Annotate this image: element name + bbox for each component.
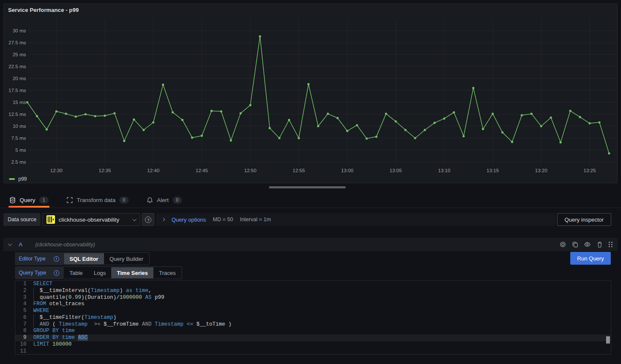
code-line: 7 AND ( Timestamp >= $__fromTime AND Tim… xyxy=(15,321,611,328)
collapse-chevron-icon[interactable] xyxy=(8,242,12,246)
panel-title: Service Performance - p99 xyxy=(8,7,79,13)
svg-text:2.5 ms: 2.5 ms xyxy=(11,159,26,165)
query-row-header[interactable]: A (clickhouse-observability) xyxy=(3,238,618,251)
svg-text:17.5 ms: 17.5 ms xyxy=(9,88,26,93)
svg-text:13:05: 13:05 xyxy=(390,168,402,173)
tab-transform-label: Transform data xyxy=(77,197,116,203)
svg-text:12:55: 12:55 xyxy=(293,168,305,173)
svg-text:13:10: 13:10 xyxy=(438,168,451,173)
code-line: 5WHERE xyxy=(15,308,611,315)
svg-text:20 ms: 20 ms xyxy=(13,76,26,81)
query-type-switcher: Table Logs Time Series Traces xyxy=(63,266,182,279)
query-type-table[interactable]: Table xyxy=(64,267,88,278)
question-circle-icon: ? xyxy=(145,217,151,223)
query-type-logs[interactable]: Logs xyxy=(88,267,111,278)
clickhouse-logo-icon xyxy=(46,215,55,224)
chevron-down-icon xyxy=(133,217,137,221)
svg-text:5 ms: 5 ms xyxy=(15,147,26,153)
datasource-row: Data source clickhouse-observability ? Q… xyxy=(3,213,618,226)
editor-type-switcher: SQL Editor Query Builder xyxy=(63,252,150,265)
query-options-md: MD = 50 xyxy=(213,217,233,222)
code-line: 9ORDER BY time ASC xyxy=(15,335,611,341)
legend-label: p99 xyxy=(18,176,27,182)
query-options-toggle[interactable]: Query options MD = 50 Interval = 1m xyxy=(156,213,555,226)
svg-text:15 ms: 15 ms xyxy=(13,100,26,105)
legend-swatch xyxy=(9,178,15,180)
svg-text:12:30: 12:30 xyxy=(50,168,63,173)
drag-handle-icon[interactable] xyxy=(609,242,612,247)
disable-query-icon[interactable] xyxy=(559,241,566,248)
svg-text:22.5 ms: 22.5 ms xyxy=(9,64,26,69)
code-line: 10LIMIT 100000 xyxy=(15,341,611,348)
query-datasource-subtitle: (clickhouse-observability) xyxy=(35,242,95,248)
editor-tabs-bar: Query 1 Transform data 0 Alert 0 xyxy=(0,193,621,208)
info-icon[interactable]: i xyxy=(54,256,59,262)
query-type-label: Query Type i xyxy=(15,266,63,279)
editor-type-sql-editor[interactable]: SQL Editor xyxy=(64,253,104,264)
tab-alert[interactable]: Alert 0 xyxy=(146,193,183,208)
sql-code-editor[interactable]: 1SELECT2 $__timeInterval(Timestamp) as t… xyxy=(15,280,611,355)
datasource-help-button[interactable]: ? xyxy=(142,213,154,226)
chevron-right-icon xyxy=(162,218,165,221)
database-icon xyxy=(9,197,16,203)
datasource-label: Data source xyxy=(3,213,40,226)
query-type-traces[interactable]: Traces xyxy=(153,267,181,278)
tab-query-count: 1 xyxy=(39,196,49,204)
editor-type-label: Editor Type i xyxy=(15,252,63,265)
code-line: 11 xyxy=(15,348,611,355)
trash-icon[interactable] xyxy=(596,241,603,248)
svg-text:13:25: 13:25 xyxy=(583,168,596,173)
query-inspector-button[interactable]: Query inspector xyxy=(557,213,611,226)
code-line: 4FROM otel_traces xyxy=(15,301,611,308)
code-line: 8GROUP BY time xyxy=(15,328,611,335)
svg-text:7.5 ms: 7.5 ms xyxy=(11,136,26,141)
eye-icon[interactable] xyxy=(584,241,591,248)
code-line: 3 quantile(0.99)(Duration)/1000000 AS p9… xyxy=(15,295,611,301)
tab-transform-count: 0 xyxy=(119,196,129,204)
transform-icon xyxy=(66,197,73,203)
timeseries-panel: Service Performance - p99 30 ms27.5 ms25… xyxy=(3,3,618,183)
query-ref-name: A xyxy=(19,241,23,248)
bell-icon xyxy=(147,197,153,203)
svg-text:12:45: 12:45 xyxy=(196,168,208,173)
code-line: 6 $__timeFilter(Timestamp) xyxy=(15,315,611,321)
horizontal-scrollbar-thumb[interactable] xyxy=(269,186,346,188)
legend-item-p99[interactable]: p99 xyxy=(9,176,27,182)
query-actions xyxy=(559,241,612,248)
p99-line-chart: 30 ms27.5 ms25 ms22.5 ms20 ms17.5 ms15 m… xyxy=(4,4,617,183)
svg-text:12:35: 12:35 xyxy=(99,168,111,173)
svg-text:13:15: 13:15 xyxy=(487,168,499,173)
editor-type-query-builder[interactable]: Query Builder xyxy=(104,253,149,264)
svg-text:12:50: 12:50 xyxy=(244,168,257,173)
svg-text:30 ms: 30 ms xyxy=(13,28,26,33)
svg-text:12.5 ms: 12.5 ms xyxy=(9,112,26,117)
datasource-name: clickhouse-observability xyxy=(58,217,130,223)
tab-alert-count: 0 xyxy=(173,196,182,204)
query-options-interval: Interval = 1m xyxy=(240,217,271,222)
tab-transform-data[interactable]: Transform data 0 xyxy=(66,193,130,208)
run-query-button[interactable]: Run Query xyxy=(570,252,611,265)
svg-text:10 ms: 10 ms xyxy=(13,124,26,129)
svg-text:13:00: 13:00 xyxy=(341,168,353,173)
tab-query-label: Query xyxy=(20,197,35,203)
query-options-link[interactable]: Query options xyxy=(171,217,206,223)
duplicate-query-icon[interactable] xyxy=(572,241,578,248)
tab-alert-label: Alert xyxy=(157,197,169,203)
svg-text:13:20: 13:20 xyxy=(535,168,547,173)
tab-query[interactable]: Query 1 xyxy=(9,193,49,208)
code-line: 1SELECT xyxy=(15,281,611,288)
svg-text:12:40: 12:40 xyxy=(147,168,159,173)
info-icon[interactable]: i xyxy=(54,270,59,276)
svg-text:25 ms: 25 ms xyxy=(13,52,26,57)
query-type-time-series[interactable]: Time Series xyxy=(111,267,153,278)
code-line: 2 $__timeInterval(Timestamp) as time, xyxy=(15,288,611,295)
svg-text:27.5 ms: 27.5 ms xyxy=(9,40,26,45)
datasource-picker[interactable]: clickhouse-observability xyxy=(42,213,140,226)
